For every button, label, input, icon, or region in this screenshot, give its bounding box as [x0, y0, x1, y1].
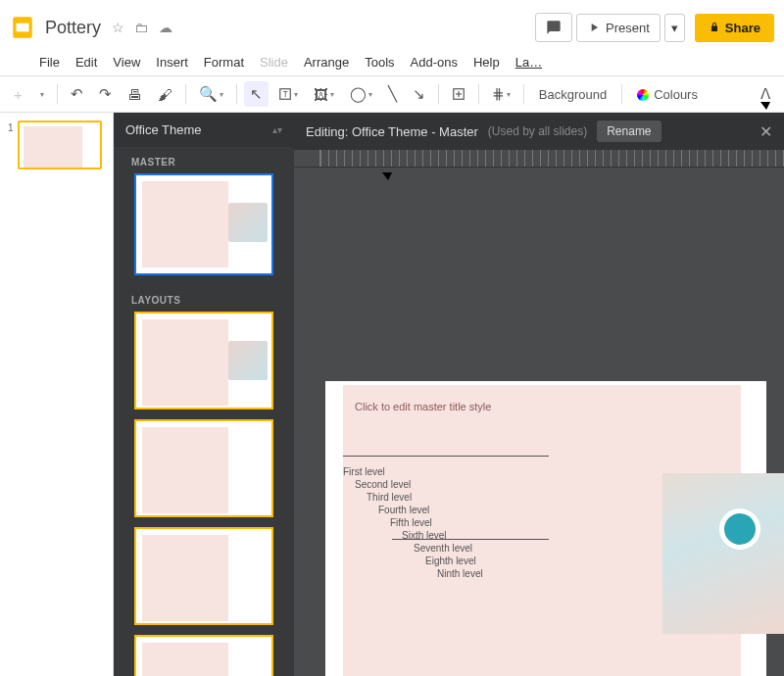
- menu-edit[interactable]: Edit: [75, 55, 97, 70]
- used-by-label: (Used by all slides): [488, 124, 587, 138]
- present-label: Present: [606, 21, 650, 35]
- layout-tool[interactable]: ⋕: [486, 81, 516, 107]
- menu-slide: Slide: [260, 55, 288, 70]
- zoom-button[interactable]: 🔍: [193, 81, 229, 107]
- menu-view[interactable]: View: [113, 55, 140, 70]
- level-text: Third level: [367, 491, 483, 504]
- layout-thumbnail[interactable]: [134, 419, 273, 517]
- print-button[interactable]: 🖶: [122, 82, 148, 107]
- line-tool[interactable]: ╲: [382, 81, 403, 107]
- slide-number: 1: [8, 122, 14, 133]
- textbox-tool[interactable]: T: [272, 83, 304, 105]
- theme-dropdown-icon[interactable]: ▴▾: [272, 124, 282, 135]
- menu-format[interactable]: Format: [204, 55, 244, 70]
- layout-thumbnail[interactable]: [134, 527, 273, 625]
- layout-thumbnail[interactable]: [134, 635, 273, 676]
- menu-insert[interactable]: Insert: [156, 55, 188, 70]
- layout-thumbnail[interactable]: [134, 312, 273, 410]
- text-levels-placeholder[interactable]: First level Second level Third level Fou…: [343, 465, 483, 580]
- editor-area: Editing: Office Theme - Master (Used by …: [294, 113, 784, 676]
- svg-rect-1: [17, 24, 29, 32]
- layouts-section-label: LAYOUTS: [114, 285, 294, 312]
- collapse-toolbar-button[interactable]: ᐱ: [755, 81, 776, 107]
- undo-button[interactable]: ↶: [65, 81, 89, 107]
- level-text: Sixth level: [402, 529, 483, 542]
- select-tool[interactable]: ↖: [244, 81, 269, 107]
- level-text: Fourth level: [378, 504, 483, 516]
- share-button[interactable]: Share: [695, 14, 774, 42]
- background-button[interactable]: Background: [531, 83, 614, 106]
- master-section-label: MASTER: [114, 147, 294, 173]
- theme-panel: Office Theme ▴▾ MASTER LAYOUTS: [114, 113, 294, 676]
- present-dropdown[interactable]: ▾: [664, 14, 685, 42]
- image-placeholder[interactable]: [662, 473, 784, 634]
- level-text: Eighth level: [425, 555, 483, 567]
- menu-addons[interactable]: Add-ons: [411, 55, 458, 70]
- theme-title: Office Theme: [125, 122, 202, 137]
- title-placeholder[interactable]: Click to edit master title style: [355, 401, 491, 412]
- close-icon[interactable]: ✕: [760, 122, 772, 141]
- level-text: Second level: [355, 478, 483, 491]
- svg-text:T: T: [282, 90, 287, 99]
- level-text: Fifth level: [390, 516, 483, 529]
- star-icon[interactable]: ☆: [112, 20, 124, 35]
- canvas[interactable]: Click to edit master title style First l…: [294, 168, 784, 676]
- slides-logo[interactable]: [10, 15, 35, 40]
- editor-header: Editing: Office Theme - Master (Used by …: [294, 113, 784, 150]
- menu-help[interactable]: Help: [473, 55, 500, 70]
- doc-title[interactable]: Pottery: [45, 18, 101, 38]
- image-tool[interactable]: 🖼: [308, 82, 340, 107]
- level-text: First level: [343, 465, 483, 478]
- share-label: Share: [725, 21, 760, 35]
- move-icon[interactable]: 🗀: [134, 20, 148, 35]
- insert-placeholder-button[interactable]: [446, 83, 471, 105]
- ruler-horizontal[interactable]: [294, 150, 784, 168]
- shape-tool[interactable]: ◯: [344, 81, 378, 107]
- new-slide-dropdown: [32, 86, 50, 103]
- comments-button[interactable]: [535, 13, 572, 42]
- redo-button[interactable]: ↷: [93, 81, 118, 107]
- editing-label: Editing: Office Theme - Master: [306, 124, 478, 139]
- master-thumbnail[interactable]: [134, 173, 273, 275]
- connector-tool[interactable]: ↘: [407, 81, 431, 107]
- colours-button[interactable]: Colours: [629, 83, 706, 106]
- filmstrip: 1: [0, 113, 114, 676]
- cloud-icon[interactable]: ☁: [159, 20, 172, 35]
- slide-thumbnail[interactable]: 1: [18, 121, 102, 169]
- menu-arrange[interactable]: Arrange: [304, 55, 349, 70]
- menu-last-edit[interactable]: La…: [515, 55, 542, 70]
- paint-format-button[interactable]: 🖌: [152, 82, 178, 107]
- master-slide[interactable]: Click to edit master title style First l…: [325, 381, 766, 676]
- level-text: Ninth level: [437, 567, 483, 580]
- menu-tools[interactable]: Tools: [365, 55, 394, 70]
- present-button[interactable]: Present: [576, 14, 661, 42]
- level-text: Seventh level: [414, 542, 483, 555]
- menu-file[interactable]: File: [39, 55, 60, 70]
- toolbar: + ↶ ↷ 🖶 🖌 🔍 ↖ T 🖼 ◯ ╲ ↘ ⋕ Background Col…: [0, 75, 784, 113]
- new-slide-button: +: [8, 82, 28, 107]
- theme-panel-header[interactable]: Office Theme ▴▾: [114, 113, 294, 147]
- rename-button[interactable]: Rename: [597, 121, 661, 142]
- menubar: File Edit View Insert Format Slide Arran…: [0, 55, 784, 75]
